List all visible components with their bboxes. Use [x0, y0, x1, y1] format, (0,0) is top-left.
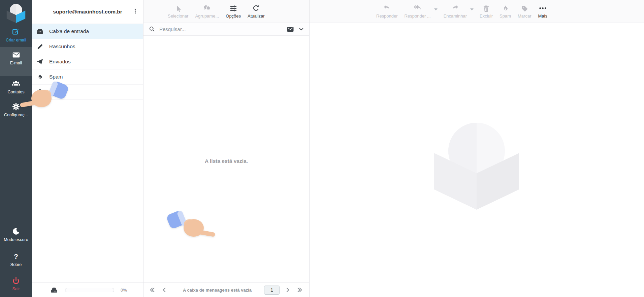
mark-label: Marcar — [518, 13, 531, 19]
reply-icon — [383, 4, 391, 12]
reply-all-icon — [413, 4, 422, 12]
sidebar-item-compose[interactable]: Criar email — [0, 24, 32, 47]
reply-all-button[interactable]: Responder ... — [401, 4, 434, 19]
mail-icon — [12, 50, 21, 59]
task-sidebar: Criar email E-mail Contatos — [0, 0, 32, 297]
power-icon — [12, 276, 20, 285]
refresh-label: Atualizar — [248, 13, 265, 19]
send-icon — [36, 58, 44, 65]
ellipsis-icon — [539, 4, 547, 12]
folder-label: Enviados — [49, 59, 71, 65]
folder-panel: suporte@maxinhost.com.br Caixa de entrad… — [32, 0, 143, 297]
message-list-panel: Selecionar Agrupame... — [143, 0, 310, 297]
empty-list-message: A lista está vazia. — [143, 158, 309, 164]
content-toolbar: Responder Responder ... — [310, 0, 644, 23]
next-page-icon[interactable] — [282, 287, 294, 293]
spam-label: Spam — [500, 13, 511, 19]
prev-page-icon[interactable] — [158, 287, 170, 293]
list-pagination: A caixa de mensagens está vazia — [143, 283, 309, 297]
compose-icon — [12, 27, 20, 36]
search-bar — [143, 23, 309, 36]
quota-footer: 0% — [32, 283, 143, 297]
sidebar-item-label: Sair — [12, 287, 20, 292]
page-number-input[interactable] — [264, 286, 280, 295]
flame-icon — [502, 4, 509, 12]
refresh-icon — [252, 4, 260, 12]
options-label: Opções — [226, 13, 241, 19]
empty-content-illustration — [426, 111, 527, 212]
app-logo[interactable] — [2, 2, 30, 24]
sidebar-item-label: Configuraç... — [4, 113, 28, 118]
question-icon: ? — [14, 252, 18, 261]
folder-label: Rascunhos — [49, 43, 75, 50]
inbox-icon — [36, 28, 44, 35]
chat-bubbles-icon — [203, 4, 211, 12]
search-scope-envelope-icon[interactable] — [286, 25, 294, 33]
select-button[interactable]: Selecionar — [164, 4, 192, 19]
reply-button[interactable]: Responder — [373, 4, 401, 19]
forward-button[interactable]: Encaminhar — [440, 4, 470, 19]
tag-icon — [521, 4, 528, 12]
last-page-icon[interactable] — [294, 287, 306, 293]
refresh-button[interactable]: Atualizar — [244, 4, 268, 19]
reply-all-label: Responder ... — [405, 13, 431, 19]
list-toolbar: Selecionar Agrupame... — [143, 0, 309, 23]
hand-cursor-pointing-left — [19, 82, 69, 112]
trash-icon — [482, 4, 490, 12]
sidebar-item-label: E-mail — [10, 61, 22, 66]
first-page-icon[interactable] — [146, 287, 158, 293]
moon-icon — [12, 227, 20, 236]
sidebar-item-label: Modo escuro — [4, 238, 28, 242]
storage-icon — [50, 286, 59, 295]
hand-cursor-pointing-right — [166, 211, 217, 241]
mark-button[interactable]: Marcar — [514, 4, 535, 19]
folder-actions-menu-icon[interactable] — [131, 7, 140, 17]
message-content-panel: Responder Responder ... — [310, 0, 644, 297]
select-label: Selecionar — [168, 13, 188, 19]
search-icon[interactable] — [149, 26, 156, 33]
spam-button[interactable]: Spam — [496, 4, 514, 19]
mailbox-status-text: A caixa de mensagens está vazia — [170, 288, 264, 293]
forward-label: Encaminhar — [444, 13, 467, 19]
search-options-chevron-down-icon[interactable] — [298, 26, 304, 32]
folder-item-drafts[interactable]: Rascunhos — [32, 39, 143, 54]
quota-progressbar — [65, 288, 114, 292]
more-button[interactable]: Mais — [535, 4, 550, 19]
sidebar-item-mail[interactable]: E-mail — [0, 47, 32, 76]
sidebar-item-about[interactable]: ? Sobre — [0, 249, 32, 270]
threads-button[interactable]: Agrupame... — [192, 4, 222, 19]
reply-label: Responder — [376, 13, 398, 19]
quota-value: 0% — [121, 288, 127, 293]
sidebar-item-label: Criar email — [6, 38, 26, 43]
sidebar-item-label: Sobre — [10, 263, 22, 267]
forward-caret-down-icon[interactable] — [470, 8, 474, 10]
flame-icon — [36, 73, 44, 81]
sidebar-item-logout[interactable]: Sair — [0, 273, 32, 295]
folder-item-inbox[interactable]: Caixa de entrada — [32, 24, 143, 39]
options-button[interactable]: Opções — [222, 4, 244, 19]
more-label: Mais — [538, 13, 547, 19]
sidebar-item-darkmode[interactable]: Modo escuro — [0, 224, 32, 246]
reply-all-caret-down-icon[interactable] — [434, 8, 438, 10]
search-input[interactable] — [159, 26, 283, 32]
delete-label: Excluir — [480, 13, 493, 19]
webmail-app: Criar email E-mail Contatos — [0, 0, 644, 297]
delete-button[interactable]: Excluir — [476, 4, 496, 19]
folder-item-sent[interactable]: Enviados — [32, 54, 143, 69]
folder-label: Spam — [49, 74, 63, 80]
folder-label: Caixa de entrada — [49, 28, 89, 34]
cursor-pointer-icon — [174, 4, 182, 12]
logo-box-sphere-icon — [2, 2, 30, 24]
account-email: suporte@maxinhost.com.br — [53, 9, 122, 15]
account-header: suporte@maxinhost.com.br — [32, 0, 143, 24]
forward-icon — [451, 4, 459, 12]
sliders-icon — [229, 4, 237, 12]
threads-label: Agrupame... — [195, 13, 219, 19]
pencil-icon — [36, 43, 44, 50]
